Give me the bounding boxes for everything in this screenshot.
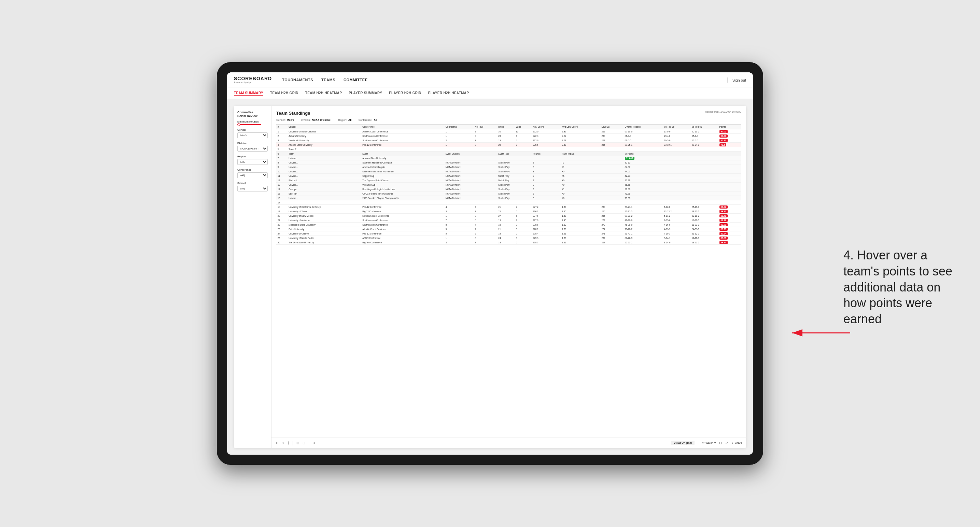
division-select[interactable]: NCAA Division I — [237, 146, 268, 152]
points-badge[interactable]: 93.31 — [719, 135, 728, 138]
cell-adj-score: 272.6 — [531, 138, 560, 143]
school-select[interactable]: (All) — [237, 186, 268, 192]
points-badge[interactable]: 97.02 — [719, 130, 728, 133]
points-badge[interactable]: 88.07 — [719, 205, 728, 208]
table-row: 19 University of Texas Big 12 Conference… — [276, 209, 741, 214]
col-adj-score: Adj. Score — [531, 125, 560, 129]
cell-rnds: 25 — [497, 143, 514, 147]
sub-nav-player-h2h-grid[interactable]: PLAYER H2H GRID — [389, 90, 422, 95]
redo-icon[interactable]: ↪ — [282, 441, 285, 445]
cell-points[interactable]: 80.20 — [718, 138, 741, 143]
annotation-arrow — [789, 322, 857, 343]
sub-nav-player-h2h-heatmap[interactable]: PLAYER H2H HEATMAP — [428, 90, 469, 95]
cell-vs50: 58-24-1 — [690, 143, 718, 147]
cell-conf-rank: 1 — [444, 134, 474, 138]
cell-wins: 2 — [515, 143, 532, 147]
conference-select[interactable]: (All) — [237, 172, 268, 178]
points-badge[interactable]: 83.81 — [719, 223, 728, 226]
main-content: CommitteePortal Review Minimum Rounds Ge… — [227, 99, 753, 455]
min-rounds-slider[interactable] — [237, 124, 261, 125]
points-badge[interactable]: 88.71 — [719, 228, 728, 231]
cell-school: Texas T... — [287, 147, 361, 152]
points-badge[interactable]: 83.89 — [719, 237, 728, 240]
tablet-frame: SCOREBOARD Powered by clipp TOURNAMENTS … — [217, 62, 763, 465]
gender-select[interactable]: Men's — [237, 132, 268, 138]
watch-button[interactable]: 👁 Watch ▾ — [702, 441, 715, 444]
table-row: 21 University of Alabama Southeastern Co… — [276, 218, 741, 222]
points-badge[interactable]: 88.48 — [719, 219, 728, 222]
cell-rnds: 23 — [497, 134, 514, 138]
cell-school: Auburn University — [287, 134, 361, 138]
cell-points[interactable]: 97.02 — [718, 129, 741, 134]
skip-icon[interactable]: ⟩ — [288, 441, 289, 445]
points-badge[interactable]: 88.70 — [719, 210, 728, 213]
region-filter-label: Region: — [338, 118, 347, 122]
points-badge[interactable]: 80.20 — [719, 139, 728, 142]
points-badge[interactable]: 80.54 — [719, 232, 728, 235]
table-row: 23 Duke University Atlantic Coast Confer… — [276, 227, 741, 232]
sub-nav-team-summary[interactable]: TEAM SUMMARY — [234, 90, 263, 95]
sidebar-conference-label: Conference — [237, 168, 268, 171]
expanded-table-row: 16 Univers... 2023 Sahalee Players Champ… — [276, 196, 741, 200]
share-icon-button[interactable]: ⊡ — [719, 441, 722, 445]
points-badge[interactable]: 88.94 — [719, 241, 728, 244]
cell-wins: 10 — [515, 129, 532, 134]
points-badge[interactable]: 88.49 — [719, 214, 728, 217]
sidebar-division-label: Division — [237, 142, 268, 145]
undo-icon[interactable]: ↩ — [275, 441, 278, 445]
sub-nav-team-h2h-heatmap[interactable]: TEAM H2H HEATMAP — [305, 90, 342, 95]
cell-points[interactable]: 78.5 — [718, 143, 741, 147]
cell-school: University of North Carolina — [287, 129, 361, 134]
expanded-points[interactable]: 119.63 — [625, 157, 635, 160]
copy-icon[interactable]: ⊞ — [296, 441, 299, 445]
resize-icon[interactable]: ⤢ — [725, 441, 728, 445]
cell-rank: 6 — [276, 152, 287, 156]
table-row-highlighted: 4 Arizona State University Pac-12 Confer… — [276, 143, 741, 147]
cell-no-tour: 8 — [474, 143, 497, 147]
region-select[interactable]: N/A — [237, 159, 268, 165]
col-rank: # — [276, 125, 287, 129]
chevron-down-icon: ▾ — [714, 441, 716, 444]
nav-teams[interactable]: TEAMS — [321, 76, 335, 83]
top-nav: SCOREBOARD Powered by clipp TOURNAMENTS … — [227, 72, 753, 87]
nav-committee[interactable]: COMMITTEE — [344, 76, 368, 83]
view-original-button[interactable]: View: Original — [671, 441, 695, 445]
cell-rank: 1 — [276, 129, 287, 134]
tablet-screen: SCOREBOARD Powered by clipp TOURNAMENTS … — [227, 72, 753, 455]
cell-event-division: Event Division — [444, 152, 497, 156]
cell-event: Event — [361, 152, 444, 156]
cell-overall: 87-25-1 — [624, 143, 663, 147]
cell-conference: Atlantic Coast Conference — [361, 129, 444, 134]
sub-nav-team-h2h-grid[interactable]: TEAM H2H GRID — [270, 90, 298, 95]
cell-conf-rank: 2 — [444, 138, 474, 143]
conference-filter-value: All — [374, 118, 377, 122]
cell-adj-score: 275.5 — [531, 143, 560, 147]
expanded-table-row: 7 Univers... Arizona State University 11… — [276, 156, 741, 160]
col-wins: Wins — [515, 125, 532, 129]
cell-avg-low: 2.86 — [560, 129, 600, 134]
logo-area: SCOREBOARD Powered by clipp — [234, 76, 272, 84]
cell-rank: 2 — [276, 134, 287, 138]
cell-avg-low: 2.73 — [560, 138, 600, 143]
gender-filter-value: Men's — [287, 118, 294, 122]
clock-icon[interactable]: ⊙ — [312, 441, 315, 445]
cell-points[interactable]: 93.31 — [718, 134, 741, 138]
eye-icon: 👁 — [702, 441, 705, 444]
col-vs50: Vs Top 50 — [690, 125, 718, 129]
logo-subtitle: Powered by clipp — [234, 81, 272, 84]
filter-region: Region: All — [338, 118, 352, 122]
share-button[interactable]: ⇪ Share — [732, 441, 742, 444]
cell-vs50: 55-4-0 — [690, 134, 718, 138]
cell-overall: 86-4-0 — [624, 134, 663, 138]
cell-school: Arizona State University — [287, 143, 361, 147]
col-vs25: Vs Top 25 — [663, 125, 690, 129]
expanded-table-row: 11 Univers... Copper Cup NCAA Division I… — [276, 174, 741, 178]
sub-nav-player-summary[interactable]: PLAYER SUMMARY — [348, 90, 382, 95]
nav-tournaments[interactable]: TOURNAMENTS — [282, 76, 313, 83]
cell-rnds: 19 — [497, 138, 514, 143]
sign-out-button[interactable]: Sign out — [732, 78, 746, 82]
sidebar-region: Region N/A — [237, 155, 268, 165]
table-row: 3 Vanderbilt University Southeastern Con… — [276, 138, 741, 143]
points-badge-highlighted[interactable]: 78.5 — [719, 143, 727, 146]
grid-icon[interactable]: ⊟ — [302, 441, 305, 445]
